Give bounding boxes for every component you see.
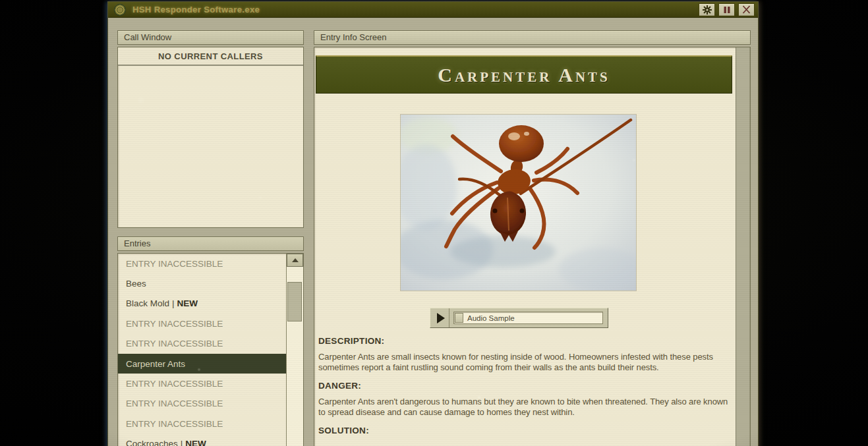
call-window-panel: Call Window NO CURRENT CALLERS: [117, 30, 304, 229]
ant-illustration: [401, 115, 636, 291]
gear-icon: [703, 5, 712, 14]
entry-list-item[interactable]: ENTRY INACCESSIBLE: [118, 334, 286, 354]
section-heading: DANGER:: [318, 381, 729, 391]
entry-info-panel: Entry Info Screen Carpenter Ants: [314, 30, 751, 446]
info-sections: DESCRIPTION:Carpenter Ants are small ins…: [318, 336, 729, 435]
entry-list-item[interactable]: Cockroaches|NEW: [118, 434, 286, 446]
pause-button[interactable]: [718, 3, 735, 16]
app-window: HSH Responder Software.exe: [107, 1, 759, 446]
info-scrollbar[interactable]: [736, 47, 750, 446]
entry-title-banner: Carpenter Ants: [316, 55, 732, 94]
section-body: Carpenter Ants aren't dangerous to human…: [318, 397, 729, 417]
entry-list-item[interactable]: ENTRY INACCESSIBLE: [118, 314, 286, 333]
scroll-up-button[interactable]: [287, 254, 303, 267]
entry-info-body: Carpenter Ants: [314, 47, 751, 446]
audio-sample-label: Audio Sample: [467, 314, 515, 322]
chevron-up-icon: [292, 258, 299, 262]
window-title: HSH Responder Software.exe: [132, 5, 695, 14]
entry-list-item[interactable]: Black Mold|NEW: [118, 294, 286, 314]
entries-scrollbar[interactable]: [286, 254, 303, 446]
call-window-body: NO CURRENT CALLERS: [117, 47, 304, 228]
settings-button[interactable]: [699, 3, 715, 16]
entry-list-item[interactable]: ENTRY INACCESSIBLE: [118, 394, 286, 414]
carpenter-ant-photo: [401, 115, 636, 291]
section-heading: SOLUTION:: [318, 426, 729, 435]
entries-header: Entries: [117, 237, 304, 251]
entries-body: ENTRY INACCESSIBLEBeesBlack Mold|NEWENTR…: [117, 253, 304, 446]
entry-info-header: Entry Info Screen: [314, 30, 751, 45]
call-window-header: Call Window: [117, 30, 304, 45]
section-heading: DESCRIPTION:: [318, 336, 729, 346]
play-icon: [437, 313, 445, 323]
entry-list-item[interactable]: Bees: [118, 273, 286, 293]
app-logo-icon: [114, 4, 126, 16]
entry-title: Carpenter Ants: [438, 64, 610, 86]
entries-panel: Entries ENTRY INACCESSIBLEBeesBlack Mold…: [117, 237, 304, 446]
close-button[interactable]: [738, 3, 755, 16]
game-screen: HSH Responder Software.exe: [0, 0, 868, 446]
entry-list-item[interactable]: Carpenter Ants: [118, 354, 286, 374]
audio-progress-track[interactable]: Audio Sample: [453, 312, 603, 324]
audio-slider-handle[interactable]: [455, 313, 463, 323]
play-button[interactable]: [430, 308, 449, 327]
scrollbar-thumb[interactable]: [287, 282, 302, 321]
caller-status: NO CURRENT CALLERS: [118, 47, 303, 66]
entry-list-item[interactable]: ENTRY INACCESSIBLE: [118, 374, 286, 393]
entry-list-item[interactable]: ENTRY INACCESSIBLE: [118, 254, 286, 273]
close-icon: [742, 5, 751, 14]
section-body: Carpenter Ants are small insects known f…: [318, 352, 729, 372]
audio-player: Audio Sample: [430, 308, 608, 328]
title-bar: HSH Responder Software.exe: [108, 2, 758, 18]
entries-list: ENTRY INACCESSIBLEBeesBlack Mold|NEWENTR…: [118, 254, 286, 446]
entry-list-item[interactable]: ENTRY INACCESSIBLE: [118, 414, 286, 433]
pause-icon: [723, 6, 731, 14]
